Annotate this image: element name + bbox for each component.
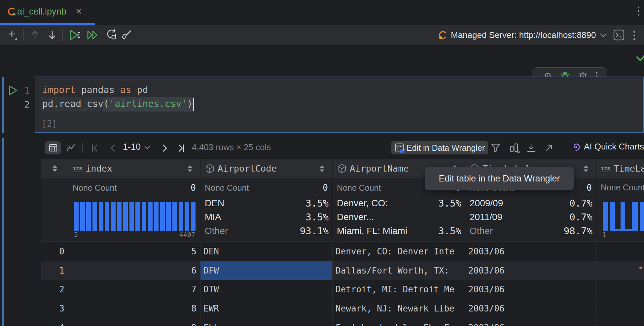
table-cell[interactable] — [596, 318, 644, 326]
table-view-button[interactable] — [45, 141, 61, 154]
previous-page-icon[interactable] — [108, 143, 118, 153]
run-all-cells-button[interactable] — [86, 29, 99, 41]
table-cell[interactable] — [596, 299, 644, 318]
column-stats — [41, 178, 68, 242]
output-toolbar: 1-10 4,403 rows × 25 cols W Edit in Data… — [41, 137, 644, 159]
edit-in-data-wrangler-button[interactable]: W Edit in Data Wrangler — [391, 141, 488, 154]
move-cell-down-button[interactable] — [47, 29, 57, 41]
move-cell-up-button[interactable] — [30, 29, 40, 41]
server-label: Managed Server: http://localhost:8890 — [451, 30, 596, 40]
ai-quick-charts-button[interactable]: AI Quick Charts — [571, 142, 644, 152]
stats-item-percent: 3.5% — [305, 210, 329, 224]
table-cell[interactable]: 7 — [68, 280, 200, 299]
sort-icon[interactable] — [53, 165, 57, 172]
clear-outputs-icon[interactable] — [121, 29, 132, 41]
run-cell-button[interactable] — [69, 29, 82, 41]
code-cell[interactable]: import pandas as pd pd.read_csv('airline… — [35, 77, 644, 133]
table-cell[interactable]: Detroit, MI: Detroit Me — [332, 280, 465, 299]
table-cell[interactable]: DFW — [200, 261, 332, 280]
column-header-index[interactable]: 123index — [68, 159, 200, 178]
stats-item-name: Other — [205, 224, 228, 238]
table-cell[interactable]: 5 — [68, 242, 200, 261]
chevron-down-icon[interactable] — [145, 144, 150, 149]
table-cell[interactable]: Fort Lauderdale, FL: Fo — [332, 318, 465, 326]
row-index[interactable]: 2 — [41, 280, 68, 299]
table-cell[interactable]: Newark, NJ: Newark Libe — [332, 299, 465, 318]
stats-item-percent: 0.7% — [569, 196, 592, 210]
row-index[interactable]: 4 — [41, 318, 68, 326]
page-range-dropdown[interactable]: 1-10 — [123, 142, 141, 152]
stats-item: Other93.1% — [205, 224, 329, 238]
row-index-column-header[interactable] — [41, 159, 68, 178]
table-cell[interactable] — [596, 242, 644, 261]
table-row-4: 49FLLFort Lauderdale, FL: Fo2003/06 — [41, 318, 644, 326]
table-cell[interactable]: 2003/06 — [465, 318, 596, 326]
stats-item-name: DEN — [205, 196, 224, 210]
histogram — [603, 202, 644, 231]
stats-item-percent: 3.5% — [438, 196, 461, 210]
add-cell-button[interactable] — [7, 29, 18, 41]
row-index[interactable]: 1 — [41, 261, 68, 280]
table-cell[interactable]: EWR — [200, 299, 332, 318]
table-cell[interactable]: DTW — [200, 280, 332, 299]
tabbar-more-icon[interactable] — [638, 7, 639, 16]
row-index[interactable]: 3 — [41, 299, 68, 318]
stats-item-percent: 3.5% — [305, 196, 329, 210]
column-name: TimeLabel — [614, 163, 644, 174]
table-cell[interactable]: 2003/06 — [465, 280, 596, 299]
hist-max: 4407 — [179, 231, 195, 239]
tab-close-icon[interactable]: ✕ — [76, 7, 82, 16]
stats-label: None Count — [205, 183, 249, 193]
table-cell[interactable]: 2003/06 — [465, 299, 596, 318]
hist-min: 1 — [602, 231, 606, 239]
table-cell[interactable]: Dallas/Fort Worth, TX: — [332, 261, 465, 280]
table-cell[interactable]: FLL — [200, 318, 332, 326]
cell-focus-bar — [2, 77, 4, 133]
column-settings-icon[interactable] — [509, 143, 519, 153]
sort-icon[interactable] — [584, 165, 588, 172]
sort-icon[interactable] — [188, 165, 192, 172]
last-page-icon[interactable] — [176, 143, 186, 153]
toolbar-more-icon[interactable] — [633, 31, 635, 40]
table-rows: 05DENDenver, CO: Denver Inte2003/0616DFW… — [41, 242, 644, 326]
table-cell[interactable]: Denver, CO: Denver Inte — [332, 242, 465, 261]
hist-min: 5 — [74, 231, 78, 239]
histogram — [74, 202, 196, 231]
code-line-1: import pandas as pd — [42, 83, 148, 97]
chart-view-button[interactable] — [63, 141, 79, 154]
next-page-icon[interactable] — [160, 143, 169, 153]
jupyter-notebook-icon — [7, 7, 17, 16]
table-cell[interactable] — [596, 280, 644, 299]
row-index[interactable]: 0 — [41, 242, 68, 261]
table-cell[interactable]: 6 — [68, 261, 200, 280]
sort-icon[interactable] — [320, 165, 324, 172]
terminal-icon[interactable] — [613, 29, 625, 41]
table-cell[interactable]: 8 — [68, 299, 200, 318]
table-row-2: 27DTWDetroit, MI: Detroit Me2003/06 — [41, 280, 644, 299]
text-cursor — [193, 98, 194, 111]
code-token: as — [120, 84, 131, 95]
table-cell[interactable]: 2003/06 — [465, 242, 596, 261]
tab-ai-cell-ipynb[interactable]: ai_cell.ipynb ✕ — [0, 0, 95, 23]
table-cell[interactable] — [596, 261, 644, 280]
column-stats: None Count054407 — [68, 178, 200, 242]
scrollbar-marker — [639, 267, 642, 269]
open-in-new-icon[interactable] — [544, 143, 554, 152]
server-selector[interactable]: Managed Server: http://localhost:8890 — [438, 25, 606, 45]
filter-icon[interactable] — [490, 143, 501, 153]
table-cell[interactable]: DEN — [200, 242, 332, 261]
restart-kernel-icon[interactable] — [105, 29, 118, 41]
column-name: AirportName — [350, 163, 409, 174]
code-token: pandas — [76, 84, 120, 95]
column-header-TimeLabel[interactable]: 123TimeLabel — [596, 159, 644, 178]
code-token: import — [42, 84, 76, 95]
table-cell[interactable]: 2003/06 — [465, 261, 596, 280]
stats-item-name: 2011/09 — [470, 210, 502, 224]
download-icon[interactable] — [526, 143, 536, 153]
column-header-AirportCode[interactable]: AirportCode — [200, 159, 332, 178]
string-type-icon — [205, 164, 214, 174]
ai-quick-charts-label: AI Quick Charts — [584, 142, 644, 152]
first-page-icon[interactable] — [90, 143, 100, 153]
table-cell[interactable]: 9 — [68, 318, 200, 326]
column-name: index — [86, 163, 112, 174]
